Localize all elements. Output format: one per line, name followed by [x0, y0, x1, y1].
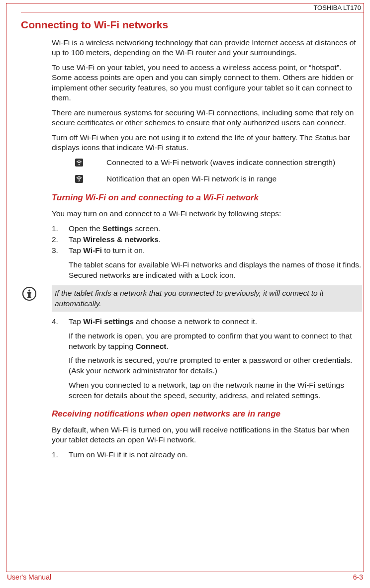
- icon-desc-connected: Connected to a Wi-Fi network (waves indi…: [106, 158, 362, 168]
- svg-text:?: ?: [78, 179, 80, 182]
- body-text: Wi-Fi is a wireless networking technolog…: [52, 38, 362, 460]
- svg-point-1: [79, 164, 80, 166]
- section1-lead: You may turn on and connect to a Wi-Fi n…: [52, 209, 362, 219]
- note-box: If the tablet finds a network that you c…: [21, 285, 362, 311]
- footer-right: 6-3: [353, 573, 363, 581]
- step-2-num: 2.: [52, 235, 69, 245]
- icon-row-connected: Connected to a Wi-Fi network (waves indi…: [52, 158, 362, 168]
- wifi-open-notify-icon: ?: [52, 174, 106, 184]
- intro-p1: Wi-Fi is a wireless networking technolog…: [52, 38, 362, 58]
- step-4-sub3: When you connected to a network, tap on …: [52, 380, 362, 401]
- step-4-num: 4.: [52, 317, 69, 327]
- step-3: 3. Tap Wi-Fi to turn it on.: [52, 246, 362, 256]
- header-rule: [21, 12, 364, 12]
- step-2: 2. Tap Wireless & networks.: [52, 235, 362, 245]
- section2-heading: Receiving notifications when open networ…: [52, 409, 362, 419]
- header-product: TOSHIBA LT170: [311, 4, 363, 11]
- info-icon: [21, 285, 52, 301]
- step-3-text: Tap Wi-Fi to turn it on.: [69, 246, 362, 256]
- note-text: If the tablet finds a network that you c…: [52, 285, 362, 311]
- step-2-text: Tap Wireless & networks.: [69, 235, 362, 245]
- section2-step-1-text: Turn on Wi-Fi if it is not already on.: [69, 450, 362, 460]
- section2-step-1: 1. Turn on Wi-Fi if it is not already on…: [52, 450, 362, 460]
- step-1-text: Open the Settings screen.: [69, 224, 362, 234]
- step-1-num: 1.: [52, 224, 69, 234]
- svg-rect-8: [27, 297, 31, 298]
- step-3-num: 3.: [52, 246, 69, 256]
- step-4-sub1: If the network is open, you are prompted…: [52, 331, 362, 352]
- svg-point-5: [28, 290, 30, 292]
- section2-step-1-num: 1.: [52, 450, 69, 460]
- step-1: 1. Open the Settings screen.: [52, 224, 362, 234]
- step-4-text: Tap Wi-Fi settings and choose a network …: [69, 317, 362, 327]
- step-4: 4. Tap Wi-Fi settings and choose a netwo…: [52, 317, 362, 327]
- page-title: Connecting to Wi-Fi networks: [21, 19, 362, 31]
- icon-desc-open: Notification that an open Wi-Fi network …: [106, 174, 362, 184]
- intro-p3: There are numerous systems for securing …: [52, 108, 362, 128]
- wifi-connected-icon: [52, 158, 106, 168]
- footer-left: User's Manual: [7, 573, 51, 581]
- icon-row-open: ? Notification that an open Wi-Fi networ…: [52, 174, 362, 184]
- step-4-sub2: If the network is secured, you’re prompt…: [52, 355, 362, 376]
- page-content: Connecting to Wi-Fi networks Wi-Fi is a …: [21, 19, 362, 481]
- svg-rect-7: [27, 292, 31, 294]
- step-3-sub: The tablet scans for available Wi-Fi net…: [52, 260, 362, 281]
- intro-p4: Turn off Wi-Fi when you are not using it…: [52, 133, 362, 153]
- section1-heading: Turning Wi-Fi on and connecting to a Wi-…: [52, 193, 362, 203]
- intro-p2: To use Wi-Fi on your tablet, you need to…: [52, 63, 362, 103]
- wifi-icon-table: Connected to a Wi-Fi network (waves indi…: [52, 158, 362, 183]
- section2-lead: By default, when Wi-Fi is turned on, you…: [52, 425, 362, 445]
